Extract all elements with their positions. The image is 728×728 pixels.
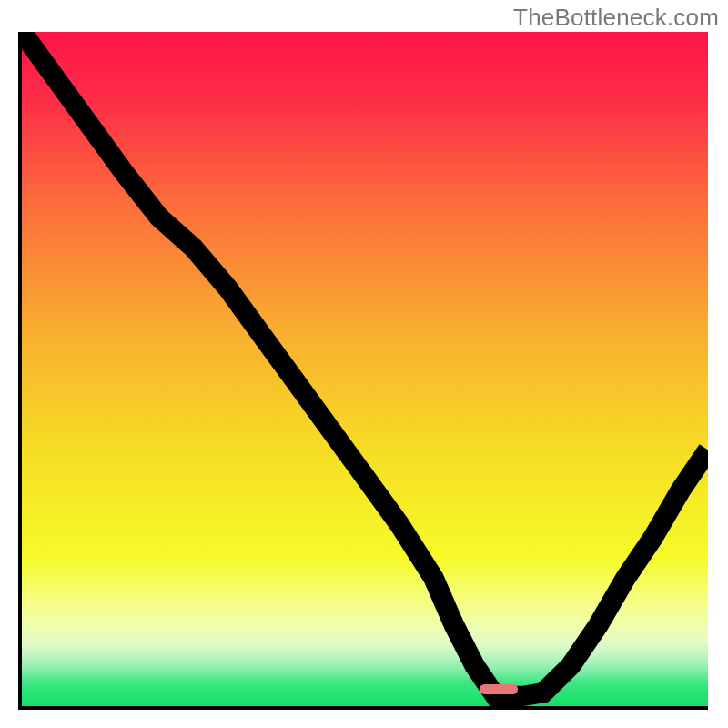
watermark-text: TheBottleneck.com bbox=[513, 4, 719, 32]
plot-area bbox=[18, 32, 708, 710]
curve-line bbox=[22, 32, 708, 706]
optimal-marker bbox=[480, 684, 517, 695]
chart-container: TheBottleneck.com bbox=[0, 0, 728, 728]
